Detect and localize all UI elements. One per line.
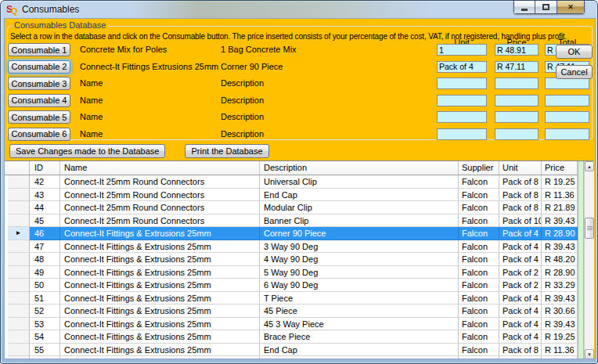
price-field-3[interactable] [495,77,539,89]
consumable-3-button[interactable]: Consumable 3 [8,77,70,90]
table-row-49[interactable]: 49Connect-It Fittings & Extrusions 25mm5… [5,266,594,279]
table-row-48[interactable]: 48Connect-It Fittings & Extrusions 25mm4… [5,253,594,266]
cell-price[interactable]: R 21.89 [542,201,578,214]
cell-price[interactable]: R 19.25 [542,330,578,344]
cell-unit[interactable]: Pack of 4 [499,240,542,254]
consumable-2-button[interactable]: Consumable 2 [8,60,70,74]
cell-id[interactable]: 42 [30,175,60,189]
cell-name[interactable]: Connect-It Fittings & Extrusions 25mm [60,318,260,331]
cell-description[interactable]: 45 3 Way Piece [260,318,459,331]
cell-name[interactable]: Connect-It Fittings & Extrusions 25mm [60,356,260,359]
row-selector[interactable] [8,279,30,292]
cell-price[interactable]: R 33.29 [542,279,578,292]
row-selector[interactable]: ► [8,227,30,240]
table-row-42[interactable]: 42Connect-It 25mm Round ConnectorsUniver… [5,175,594,189]
row-selector[interactable] [8,214,30,228]
cell-description[interactable]: Corner 90 Piece [260,227,459,240]
price-field-4[interactable] [495,95,539,106]
cell-price[interactable]: R 28.90 [542,266,578,279]
cell-unit[interactable]: Pack of 4 [499,330,542,344]
cell-name[interactable]: Connect-It Fittings & Extrusions 25mm [60,227,260,240]
table-row-52[interactable]: 52Connect-It Fittings & Extrusions 25mm4… [5,305,594,318]
table-row-43[interactable]: 43Connect-It 25mm Round ConnectorsEnd Ca… [5,189,594,202]
cell-unit[interactable]: Pack of 4 [499,253,542,266]
cell-price[interactable]: R 11.36 [542,344,578,357]
table-row-44[interactable]: 44Connect-It 25mm Round ConnectorsModula… [5,201,594,214]
unit-field-4[interactable] [437,95,487,106]
cell-id[interactable]: 53 [30,318,60,331]
cell-description[interactable]: Universal Clip [260,175,459,189]
consumable-6-button[interactable]: Consumable 6 [8,128,70,141]
cell-id[interactable]: 47 [30,240,60,254]
cell-name[interactable]: Connect-It Fittings & Extrusions 25mm [60,292,260,305]
cell-supplier[interactable]: Falcon [459,175,499,189]
cell-description[interactable]: 6 Way 90 Deg [260,279,459,292]
cell-unit[interactable]: Pack of 10 [499,214,542,228]
cell-description[interactable]: 5 Way 90 Deg [260,266,459,279]
close-button[interactable]: ✕ [557,1,585,14]
column-header-supplier[interactable]: Supplier [459,161,499,175]
cell-id[interactable]: 46 [30,227,60,240]
price-field-6[interactable] [495,128,539,140]
column-header-price[interactable]: Price [542,161,578,175]
column-header-description[interactable]: Description [260,161,459,175]
column-header-id[interactable]: ID [30,161,60,175]
cell-description[interactable]: T Piece [260,292,459,305]
row-selector[interactable] [8,266,30,279]
minimize-button[interactable] [513,1,535,14]
cell-supplier[interactable]: Falcon [459,292,499,305]
total-field-4[interactable] [545,95,589,106]
scrollbar-thumb[interactable] [585,218,594,239]
cell-description[interactable]: End Cap [260,189,459,202]
table-row-47[interactable]: 47Connect-It Fittings & Extrusions 25mm3… [5,240,594,254]
cell-name[interactable]: Connect-It Fittings & Extrusions 25mm [60,344,260,357]
cell-name[interactable]: Connect-It Fittings & Extrusions 25mm [60,305,260,318]
cell-supplier[interactable]: Falcon [459,240,499,254]
row-selector[interactable] [8,344,30,357]
table-row-55[interactable]: 55Connect-It Fittings & Extrusions 25mmE… [5,344,594,357]
table-row-54[interactable]: 54Connect-It Fittings & Extrusions 25mmB… [5,330,594,344]
unit-field-6[interactable] [437,128,487,140]
table-row-51[interactable]: 51Connect-It Fittings & Extrusions 25mmT… [5,292,594,305]
row-selector[interactable] [8,240,30,254]
cancel-button[interactable]: Cancel [556,65,593,79]
table-row-46[interactable]: ►46Connect-It Fittings & Extrusions 25mm… [5,227,594,240]
row-selector[interactable] [8,305,30,318]
table-row-45[interactable]: 45Connect-It 25mm Round ConnectorsBanner… [5,214,594,228]
cell-price[interactable]: R 39.43 [542,214,578,228]
total-field-3[interactable] [545,77,589,89]
cell-id[interactable]: 45 [30,214,60,228]
cell-id[interactable]: 52 [30,305,60,318]
cell-price[interactable]: R 39.43 [542,240,578,254]
column-header-unit[interactable]: Unit [499,161,542,175]
cell-supplier[interactable]: Falcon [459,227,499,240]
cell-id[interactable]: 43 [30,189,60,202]
cell-name[interactable]: Connect-It 25mm Round Connectors [60,201,260,214]
cell-name[interactable]: Connect-It Fittings & Extrusions 25mm [60,330,260,344]
cell-unit[interactable]: Pack of 4 [499,305,542,318]
save-database-button[interactable]: Save Changes made to the Database [9,144,165,158]
cell-supplier[interactable]: Falcon [459,266,499,279]
consumable-4-button[interactable]: Consumable 4 [8,94,70,107]
cell-id[interactable]: 55 [30,344,60,357]
cell-id[interactable]: 56 [30,356,60,359]
cell-unit[interactable]: Pack of 8 [499,356,542,359]
price-field-2[interactable] [495,61,539,73]
cell-unit[interactable]: Pack of 8 [499,344,542,357]
cell-price[interactable]: R 11.36 [542,189,578,202]
row-selector[interactable] [8,318,30,331]
cell-supplier[interactable]: Falcon [459,344,499,357]
row-selector[interactable] [8,201,30,214]
table-row-53[interactable]: 53Connect-It Fittings & Extrusions 25mm4… [5,318,594,331]
cell-name[interactable]: Connect-It Fittings & Extrusions 25mm [60,240,260,254]
consumable-1-button[interactable]: Consumable 1 [8,43,70,56]
print-database-button[interactable]: Print the Database [185,144,268,158]
cell-unit[interactable]: Pack of 8 [499,189,542,202]
cell-name[interactable]: Connect-It Fittings & Extrusions 25mm [60,253,260,266]
unit-field-5[interactable] [437,111,487,123]
cell-unit[interactable]: Pack of 4 [499,318,542,331]
column-header-name[interactable]: Name [60,161,260,175]
row-selector[interactable] [8,189,30,202]
cell-unit[interactable]: Pack of 4 [499,292,542,305]
ok-button[interactable]: OK [556,45,593,59]
